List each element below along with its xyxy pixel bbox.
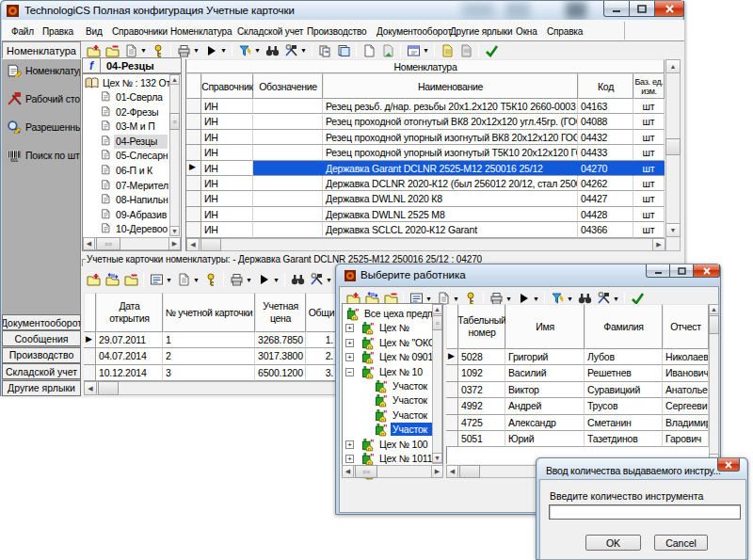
svg-text:601: 601 xyxy=(10,158,18,162)
